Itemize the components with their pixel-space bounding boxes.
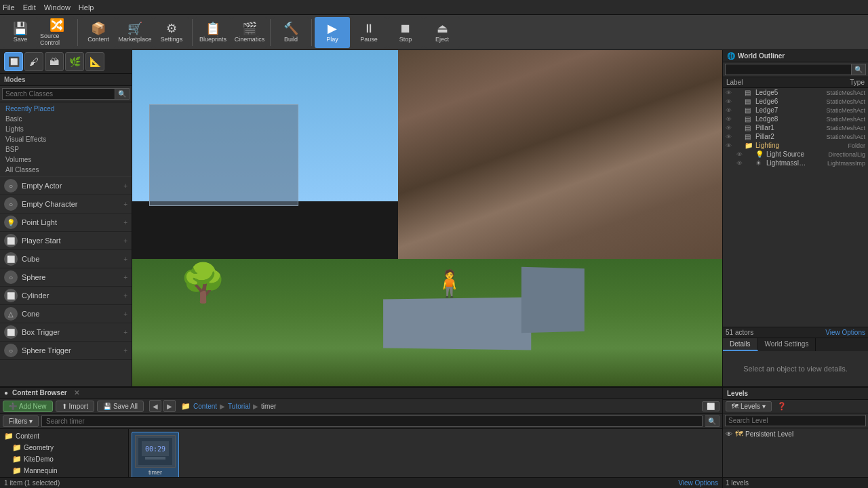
import-button[interactable]: ⬆ Import	[56, 401, 94, 412]
cb-search-button[interactable]: 🔍	[705, 415, 719, 427]
folder-item[interactable]: 📁 KiteDemo	[1, 453, 127, 465]
outliner-item[interactable]: 👁 💡 Light Source DirectionalLig	[723, 150, 868, 159]
category-bsp[interactable]: BSP	[3, 144, 129, 155]
toolbar-source-control[interactable]: 🔀 Source Control	[39, 17, 75, 48]
bc-tutorial[interactable]: Tutorial	[228, 403, 250, 410]
filters-button[interactable]: Filters ▾	[3, 415, 39, 427]
outliner-item[interactable]: 👁 ▤ Ledge6 StaticMeshAct	[723, 97, 868, 106]
placement-icon: ○	[4, 270, 18, 284]
search-classes-button[interactable]: 🔍	[115, 88, 130, 100]
folder-label: Geometry	[24, 444, 54, 451]
menu-bar: File Edit Window Help	[0, 0, 868, 15]
levels-header: Levels	[723, 388, 868, 400]
eye-icon: 👁	[726, 98, 734, 105]
mode-paint[interactable]: 🖌	[24, 52, 43, 71]
tree-left: 🌳	[180, 261, 226, 305]
placement-item[interactable]: ⬜ Player Start +	[0, 232, 132, 250]
mode-geometry[interactable]: 📐	[85, 52, 104, 71]
placement-item[interactable]: 💡 Point Light +	[0, 214, 132, 232]
category-recently-placed[interactable]: Recently Placed	[3, 104, 129, 114]
add-new-button[interactable]: ➕ Add New	[3, 401, 53, 412]
outliner-item[interactable]: 👁 📁 Lighting Folder	[723, 141, 868, 150]
category-volumes[interactable]: Volumes	[3, 155, 129, 165]
nav-forward[interactable]: ▶	[163, 400, 176, 412]
cb-maximize[interactable]: ⬜	[702, 401, 719, 411]
search-classes-input[interactable]	[2, 88, 115, 100]
toolbar-cinematics[interactable]: 🎬 Cinematics	[232, 17, 267, 48]
cb-close-x[interactable]: ✕	[74, 389, 79, 396]
placement-item[interactable]: △ Cone +	[0, 305, 132, 323]
level-icon: 🗺	[735, 430, 743, 438]
toolbar-save[interactable]: 💾 Save	[3, 17, 38, 48]
placement-item[interactable]: ○ Empty Character +	[0, 195, 132, 214]
toolbar-sep-3	[270, 19, 271, 46]
cb-view-options[interactable]: View Options	[678, 479, 718, 487]
category-basic[interactable]: Basic	[3, 114, 129, 124]
placement-icon: ⬜	[4, 289, 18, 302]
folder-item[interactable]: 📁 Content	[1, 430, 127, 442]
outliner-item[interactable]: 👁 ☀ LightmassImportance LightmassImp	[723, 159, 868, 167]
placement-name: Box Trigger	[22, 328, 119, 336]
outliner-view-options[interactable]: View Options	[825, 329, 865, 336]
folder-item[interactable]: 📁 Mannequin	[1, 465, 127, 476]
tab-world-settings[interactable]: World Settings	[758, 338, 816, 351]
placement-item[interactable]: ⬜ Box Trigger +	[0, 323, 132, 342]
placement-item[interactable]: ○ Empty Actor +	[0, 177, 132, 195]
item-icon: ▤	[745, 89, 754, 96]
cb-main: 📁 Content 📁 Geometry 📁 KiteDemo 📁 Manneq…	[0, 429, 722, 477]
mode-landscape[interactable]: 🏔	[45, 52, 64, 71]
nav-back[interactable]: ◀	[149, 400, 161, 412]
levels-help-icon[interactable]: ❓	[777, 402, 787, 411]
tab-details[interactable]: Details	[723, 338, 758, 351]
menu-file[interactable]: File	[3, 3, 15, 12]
bc-timer[interactable]: timer	[261, 403, 276, 410]
placement-item[interactable]: ⬜ Cylinder +	[0, 287, 132, 305]
dropdown-icon: ▾	[29, 418, 33, 425]
toolbar-pause[interactable]: ⏸ Pause	[351, 17, 387, 48]
toolbar-build[interactable]: 🔨 Build	[273, 17, 309, 48]
item-label: Ledge7	[755, 106, 810, 114]
category-all-classes[interactable]: All Classes	[3, 165, 129, 175]
placement-item[interactable]: ○ Sphere Trigger +	[0, 342, 132, 360]
menu-window[interactable]: Window	[44, 3, 71, 12]
mode-place[interactable]: 🔲	[4, 52, 23, 71]
mode-foliage[interactable]: 🌿	[65, 52, 84, 71]
toolbar-marketplace[interactable]: 🛒 Marketplace	[117, 17, 153, 48]
levels-tab-btn[interactable]: 🗺 Levels ▾	[726, 401, 772, 411]
outliner-item[interactable]: 👁 ▤ Pillar1 StaticMeshAct	[723, 123, 868, 132]
toolbar-play[interactable]: ▶ Play	[315, 17, 350, 48]
save-all-button[interactable]: 💾 Save All	[97, 401, 144, 412]
toolbar-settings[interactable]: ⚙ Settings	[154, 17, 189, 48]
toolbar-eject[interactable]: ⏏ Eject	[425, 17, 460, 48]
item-icon: ▤	[745, 115, 754, 123]
menu-help[interactable]: Help	[79, 3, 94, 12]
cb-search-input[interactable]	[41, 415, 703, 427]
outliner-search-input[interactable]	[725, 64, 852, 75]
level-persistent[interactable]: 👁 🗺 Persistent Level	[723, 428, 868, 439]
category-visual-effects[interactable]: Visual Effects	[3, 134, 129, 144]
placement-name: Empty Character	[22, 200, 119, 208]
outliner-item[interactable]: 👁 ▤ Ledge8 StaticMeshAct	[723, 115, 868, 123]
bc-content[interactable]: Content	[193, 403, 217, 410]
category-lights[interactable]: Lights	[3, 124, 129, 134]
menu-edit[interactable]: Edit	[23, 3, 36, 12]
toolbar-stop[interactable]: ⏹ Stop	[388, 17, 423, 48]
main-layout: 🔲 🖌 🏔 🌿 📐 Modes 🔍 Recently Placed Basic …	[0, 50, 868, 386]
marketplace-icon: 🛒	[127, 22, 142, 35]
asset-timer[interactable]: 00:29 timer	[132, 432, 179, 477]
viewport[interactable]: 🌳 🧍 LIGHTING NEEDS TO BE REBUILT (71 unb…	[132, 50, 722, 386]
toolbar-blueprints[interactable]: 📋 Blueprints	[195, 17, 231, 48]
outliner-columns: Label Type	[723, 77, 868, 88]
placement-item[interactable]: ⬜ Cube +	[0, 250, 132, 268]
asset-label: timer	[135, 469, 176, 476]
outliner-item[interactable]: 👁 ▤ Ledge7 StaticMeshAct	[723, 106, 868, 115]
outliner-search-button[interactable]: 🔍	[852, 64, 866, 75]
placement-item[interactable]: ○ Sphere +	[0, 268, 132, 287]
folder-item[interactable]: 📁 Geometry	[1, 442, 127, 453]
toolbar-content[interactable]: 📦 Content	[81, 17, 116, 48]
outliner-item[interactable]: 👁 ▤ Pillar2 StaticMeshAct	[723, 132, 868, 141]
eject-icon: ⏏	[437, 22, 448, 35]
levels-search-input[interactable]	[725, 415, 866, 426]
outliner-item[interactable]: 👁 ▤ Ledge5 StaticMeshAct	[723, 88, 868, 97]
item-icon: 📁	[745, 142, 754, 149]
